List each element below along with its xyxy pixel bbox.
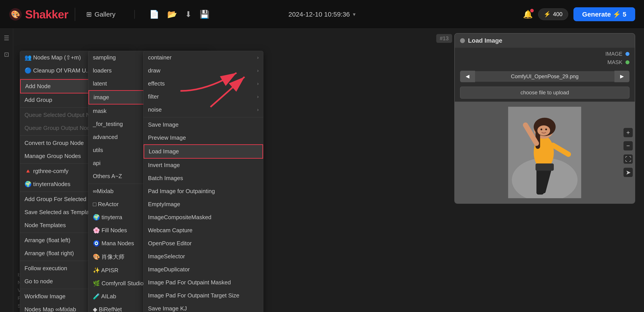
fill-nodes-label: 🌸 Fill Nodes bbox=[93, 227, 127, 234]
mixlab-label: ∞Mixlab bbox=[93, 188, 114, 195]
menu-webcam[interactable]: Webcam Capture bbox=[144, 224, 263, 237]
apisr-label: ✨ APISR bbox=[93, 267, 118, 274]
cleanup-label: 🔵 Cleanup Of VRAM U... bbox=[24, 67, 91, 74]
portrait-master-label: 🎨 肖像大师 bbox=[93, 253, 124, 261]
menu-batch-images[interactable]: Batch Images bbox=[144, 172, 263, 185]
menu-img-container[interactable]: container › bbox=[144, 51, 263, 64]
send-button[interactable]: ➤ bbox=[623, 168, 633, 177]
sidebar-icon-nodes[interactable]: ⊡ bbox=[2, 50, 12, 59]
generate-button[interactable]: Generate ⚡ 5 bbox=[574, 7, 635, 21]
node-id-badge: #13 bbox=[436, 34, 452, 43]
zoom-out-button[interactable]: − bbox=[623, 141, 633, 151]
pad-outpaint-masked-label: Image Pad For Outpaint Masked bbox=[148, 279, 231, 286]
menu-img-filter[interactable]: filter › bbox=[144, 90, 263, 103]
image-selector-row: ◄ ComfyUI_OpenPose_29.png ► bbox=[455, 69, 635, 84]
menu-image-duplicator[interactable]: ImageDuplicator bbox=[144, 263, 263, 276]
mask-output-row: MASK bbox=[460, 59, 630, 65]
ailab-label: 🧪 AILab bbox=[93, 293, 116, 300]
menu-pad-outpaint-masked[interactable]: Image Pad For Outpaint Masked bbox=[144, 276, 263, 289]
pose-figure bbox=[482, 107, 608, 198]
sidebar-icon-menu[interactable]: ☰ bbox=[2, 33, 12, 43]
upload-button[interactable]: choose file to upload bbox=[460, 87, 630, 99]
menu-save-image-kj[interactable]: Save Image KJ bbox=[144, 302, 263, 312]
open-file-button[interactable]: 📂 bbox=[167, 10, 177, 19]
preview-image-label: Preview Image bbox=[148, 134, 186, 141]
menu-pad-outpainting[interactable]: Pad Image for Outpainting bbox=[144, 185, 263, 198]
right-bar: 🔔 ⚡ 400 Generate ⚡ 5 bbox=[523, 7, 635, 21]
gallery-button[interactable]: ⊞ Gallery bbox=[82, 8, 120, 20]
menu-img-draw[interactable]: draw › bbox=[144, 64, 263, 77]
generate-label: Generate ⚡ 5 bbox=[582, 10, 626, 18]
save-image-kj-label: Save Image KJ bbox=[148, 305, 187, 312]
svg-rect-12 bbox=[536, 164, 554, 171]
left-sidebar: ☰ ⊡ bbox=[0, 29, 13, 312]
new-file-button[interactable]: 📄 bbox=[149, 10, 159, 19]
mana-nodes-label: 🧿 Mana Nodes bbox=[93, 240, 134, 247]
logo-area: 🎨 Shakker bbox=[9, 8, 68, 21]
api-label: api bbox=[93, 160, 100, 167]
menu-composite-masked[interactable]: ImageCompositeMasked bbox=[144, 211, 263, 224]
credits-icon: ⚡ bbox=[544, 11, 551, 18]
add-node-label: Add Node bbox=[25, 83, 51, 90]
image-selector-label: ImageSelector bbox=[148, 253, 185, 260]
download-button[interactable]: ⬇ bbox=[185, 10, 192, 19]
sampling-label: sampling bbox=[93, 54, 116, 61]
img-noise-label: noise bbox=[148, 106, 162, 113]
zoom-in-button[interactable]: + bbox=[623, 128, 633, 137]
notification-button[interactable]: 🔔 bbox=[523, 10, 533, 19]
credits-amount: 400 bbox=[553, 11, 562, 18]
save-template-label: Save Selected as Template bbox=[24, 209, 94, 216]
openpose-label: OpenPose Editor bbox=[148, 240, 192, 247]
pad-outpainting-label: Pad Image for Outpainting bbox=[148, 188, 215, 195]
img-filter-label: filter bbox=[148, 93, 159, 100]
menu-img-effects[interactable]: effects › bbox=[144, 77, 263, 90]
arrange-right-label: Arrange (float right) bbox=[24, 250, 74, 257]
image-prev-button[interactable]: ◄ bbox=[460, 71, 475, 82]
timestamp-dropdown-icon: ▾ bbox=[353, 11, 356, 18]
rgthree-label: 🔺 rgthree-comfy bbox=[24, 168, 68, 175]
logo-icon: 🎨 bbox=[9, 8, 22, 21]
timestamp-text: 2024-12-10 10:59:36 bbox=[288, 11, 350, 18]
img-draw-label: draw bbox=[148, 67, 160, 74]
image-output-row: IMAGE bbox=[460, 51, 630, 57]
main-area: ☰ ⊡ #13 👥 Nodes Map (⇧+m) 🔵 Cleanup Of V… bbox=[0, 29, 644, 312]
tinyterra-submenu-label: 🌍 tinyterra bbox=[93, 214, 122, 221]
node-side-controls: + − ⛶ ➤ bbox=[622, 125, 635, 180]
composite-masked-label: ImageCompositeMasked bbox=[148, 214, 212, 221]
menu-image-selector[interactable]: ImageSelector bbox=[144, 250, 263, 263]
notification-badge bbox=[530, 9, 534, 12]
fit-button[interactable]: ⛶ bbox=[623, 154, 633, 164]
empty-image-label: EmptyImage bbox=[148, 201, 180, 208]
nodes-map-mixlab-label: Nodes Map ∞Mixlab bbox=[24, 306, 76, 312]
image-output-label: IMAGE bbox=[606, 51, 622, 57]
canvas-area[interactable]: #13 👥 Nodes Map (⇧+m) 🔵 Cleanup Of VRAM … bbox=[13, 29, 644, 312]
layers-icon: ⊞ bbox=[86, 10, 92, 18]
latent-label: latent bbox=[93, 80, 107, 87]
menu-load-image[interactable]: Load Image bbox=[144, 144, 263, 159]
invert-image-label: Invert Image bbox=[148, 162, 180, 169]
menu-preview-image[interactable]: Preview Image bbox=[144, 131, 263, 144]
image-label: image bbox=[94, 94, 109, 101]
node-title: Load Image bbox=[468, 37, 502, 44]
svg-point-13 bbox=[538, 125, 550, 135]
image-submenu: container › draw › effects › filter › no… bbox=[143, 51, 263, 312]
nodes-map-label: 👥 Nodes Map (⇧+m) bbox=[24, 54, 81, 61]
credits-button[interactable]: ⚡ 400 bbox=[538, 9, 568, 20]
menu-empty-image[interactable]: EmptyImage bbox=[144, 198, 263, 211]
manage-group-label: Manage Group Nodes bbox=[24, 153, 81, 160]
image-next-button[interactable]: ► bbox=[614, 71, 630, 82]
nav-icons: ⊞ Gallery 📄 📂 ⬇ 💾 bbox=[82, 8, 210, 20]
menu-img-noise[interactable]: noise › bbox=[144, 103, 263, 116]
menu-openpose[interactable]: OpenPose Editor bbox=[144, 237, 263, 250]
upload-label: choose file to upload bbox=[520, 89, 569, 95]
menu-invert-image[interactable]: Invert Image bbox=[144, 159, 263, 172]
load-image-label: Load Image bbox=[149, 148, 179, 155]
menu-pad-target-size[interactable]: Image Pad For Outpaint Target Size bbox=[144, 289, 263, 302]
menu-save-image[interactable]: Save Image bbox=[144, 118, 263, 131]
follow-exec-label: Follow execution bbox=[24, 265, 67, 272]
load-image-node: Load Image IMAGE MASK ◄ ComfyUI_OpenPose… bbox=[454, 33, 635, 204]
birefnet-label: ◆ BiRefNet bbox=[93, 306, 122, 312]
save-button[interactable]: 💾 bbox=[200, 10, 210, 19]
node-id-text: #13 bbox=[440, 35, 448, 41]
timestamp-area[interactable]: 2024-12-10 10:59:36 ▾ bbox=[288, 11, 356, 18]
